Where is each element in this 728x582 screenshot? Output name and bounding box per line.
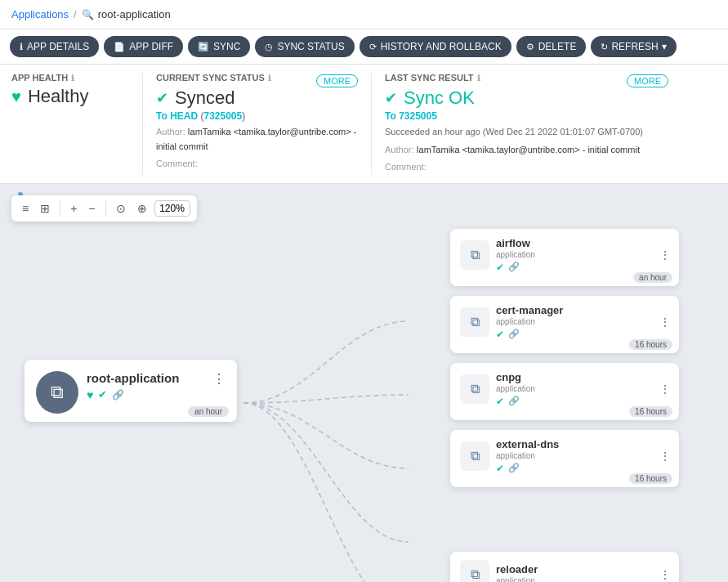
- root-node-menu-button[interactable]: ⋮: [212, 371, 226, 387]
- synced-check-icon: ✔: [156, 89, 168, 107]
- sync-ok-check-icon: ✔: [385, 89, 397, 107]
- airflow-badge: an hour: [633, 272, 672, 283]
- zoom-input[interactable]: [154, 200, 190, 217]
- current-sync-section: CURRENT SYNC STATUS ℹ MORE ✔ Synced To H…: [142, 73, 371, 175]
- last-sync-info-icon: ℹ: [477, 74, 480, 83]
- root-node-badge: an hour: [188, 406, 229, 417]
- airflow-menu-button[interactable]: ⋮: [659, 248, 671, 262]
- refresh-icon: ↻: [601, 42, 608, 52]
- app-nodes-column: ⧉ airflow application ✔ 🔗 ⋮ an hour: [450, 229, 679, 487]
- app-node-airflow-sub: application: [496, 250, 653, 259]
- info-icon: ℹ: [20, 42, 23, 52]
- current-sync-info-icon: ℹ: [268, 74, 271, 83]
- cnpg-link-icon[interactable]: 🔗: [508, 396, 520, 406]
- app-stack-icon-cnpg: ⧉: [471, 382, 480, 396]
- app-details-button[interactable]: ℹ APP DETAILS: [10, 36, 99, 57]
- sync-button[interactable]: 🔄 SYNC: [188, 36, 250, 57]
- last-sync-author: Author: IamTamika <tamika.taylor@untribe…: [385, 143, 668, 158]
- root-node-icon: ⧉: [36, 371, 78, 414]
- root-external-link-icon[interactable]: 🔗: [112, 389, 124, 401]
- app-stack-icon-reloader: ⧉: [471, 567, 480, 582]
- status-bar: APP HEALTH ℹ ♥ Healthy CURRENT SYNC STAT…: [0, 65, 728, 184]
- cert-manager-menu-button[interactable]: ⋮: [659, 316, 671, 329]
- last-sync-more-button[interactable]: MORE: [627, 74, 668, 87]
- root-check-icon: ✔: [98, 388, 107, 401]
- breadcrumb-apps-link[interactable]: Applications: [11, 8, 69, 20]
- app-node-external-dns-sub: application: [496, 451, 653, 460]
- last-sync-commit: 7325005: [399, 110, 437, 122]
- app-node-airflow-status: ✔ 🔗: [496, 262, 653, 273]
- clock-icon: ◷: [265, 42, 273, 52]
- app-stack-icon-airflow: ⧉: [471, 248, 480, 262]
- app-stack-icon-external-dns: ⧉: [471, 449, 480, 463]
- app-health-value: ♥ Healthy: [11, 86, 129, 107]
- heart-icon: ♥: [11, 87, 21, 106]
- history-icon: ⟳: [369, 42, 377, 52]
- app-node-cert-manager-icon: ⧉: [460, 307, 489, 337]
- current-sync-value: ✔ Synced: [156, 87, 358, 109]
- app-node-cnpg: ⧉ cnpg application ✔ 🔗 ⋮ 16 hours: [450, 363, 679, 420]
- app-node-reloader-partial: ⧉ reloader application ⋮: [450, 552, 679, 582]
- app-node-cert-manager-info: cert-manager application ✔ 🔗: [496, 304, 653, 340]
- external-dns-menu-button[interactable]: ⋮: [659, 450, 671, 463]
- sync-status-button[interactable]: ◷ SYNC STATUS: [255, 36, 354, 57]
- last-sync-value: ✔ Sync OK: [385, 87, 668, 109]
- app-health-section: APP HEALTH ℹ ♥ Healthy: [11, 73, 142, 175]
- refresh-button[interactable]: ↻ REFRESH ▾: [591, 36, 676, 57]
- app-node-external-dns-icon: ⧉: [460, 441, 489, 471]
- delete-icon: ⚙: [526, 42, 534, 52]
- zoom-out-button[interactable]: −: [84, 199, 99, 218]
- sync-icon: 🔄: [198, 42, 209, 52]
- current-sync-head: HEAD: [170, 110, 198, 122]
- app-node-reloader-sub: application: [496, 576, 653, 582]
- app-node-cnpg-header: ⧉ cnpg application ✔ 🔗 ⋮: [460, 371, 671, 407]
- history-rollback-button[interactable]: ⟳ HISTORY AND ROLLBACK: [360, 36, 511, 57]
- app-node-airflow-name: airflow: [496, 237, 653, 249]
- search-icon: 🔍: [82, 9, 94, 20]
- app-health-info-icon: ℹ: [71, 74, 74, 83]
- app-node-airflow-info: airflow application ✔ 🔗: [496, 237, 653, 273]
- root-node-info: root-application ♥ ✔ 🔗: [87, 371, 204, 401]
- cnpg-menu-button[interactable]: ⋮: [659, 383, 671, 396]
- app-node-cnpg-sub: application: [496, 384, 653, 393]
- current-sync-meta: Author: IamTamika <tamika.taylor@untribe…: [156, 125, 358, 154]
- cert-manager-link-icon[interactable]: 🔗: [508, 329, 520, 339]
- last-sync-label: LAST SYNC RESULT ℹ: [385, 73, 480, 83]
- root-heart-icon: ♥: [87, 388, 93, 401]
- app-node-cert-manager-header: ⧉ cert-manager application ✔ 🔗 ⋮: [460, 304, 671, 340]
- app-node-external-dns-info: external-dns application ✔ 🔗: [496, 438, 653, 474]
- toolbar: ℹ APP DETAILS 📄 APP DIFF 🔄 SYNC ◷ SYNC S…: [0, 29, 728, 65]
- zoom-reset-button[interactable]: ⊕: [133, 199, 151, 218]
- delete-button[interactable]: ⚙ DELETE: [516, 36, 587, 57]
- airflow-link-icon[interactable]: 🔗: [508, 262, 520, 272]
- current-sync-more-button[interactable]: MORE: [316, 74, 358, 87]
- airflow-check-icon: ✔: [496, 262, 504, 273]
- last-sync-succeeded: Succeeded an hour ago (Wed Dec 21 2022 0…: [385, 125, 668, 140]
- breadcrumb-separator: /: [74, 8, 77, 20]
- toolbar-separator-2: [105, 201, 106, 216]
- canvas-area: ≡ ⊞ + − ⊙ ⊕ ⧉ root-ap: [0, 184, 728, 582]
- zoom-fit-button[interactable]: ⊙: [112, 199, 130, 218]
- grid-view-button[interactable]: ⊞: [36, 199, 54, 218]
- app-node-reloader-header: ⧉ reloader application ⋮: [460, 560, 671, 582]
- app-node-cert-manager-name: cert-manager: [496, 304, 653, 316]
- app-node-cert-manager-sub: application: [496, 317, 653, 326]
- app-node-airflow: ⧉ airflow application ✔ 🔗 ⋮ an hour: [450, 229, 679, 286]
- external-dns-badge: 16 hours: [629, 473, 672, 484]
- external-dns-check-icon: ✔: [496, 463, 504, 474]
- root-node-icons: ♥ ✔ 🔗: [87, 388, 204, 401]
- app-diff-button[interactable]: 📄 APP DIFF: [104, 36, 183, 57]
- breadcrumb: Applications / 🔍 root-application: [0, 0, 728, 29]
- app-node-reloader-info: reloader application: [496, 563, 653, 582]
- list-view-button[interactable]: ≡: [18, 199, 33, 218]
- external-dns-link-icon[interactable]: 🔗: [508, 463, 520, 473]
- breadcrumb-current-label: root-application: [98, 8, 171, 20]
- app-node-external-dns-header: ⧉ external-dns application ✔ 🔗 ⋮: [460, 438, 671, 474]
- app-node-cnpg-name: cnpg: [496, 371, 653, 383]
- app-node-cnpg-status: ✔ 🔗: [496, 396, 653, 407]
- app-node-cnpg-icon: ⧉: [460, 374, 489, 404]
- diff-icon: 📄: [114, 42, 125, 52]
- app-node-airflow-header: ⧉ airflow application ✔ 🔗 ⋮: [460, 237, 671, 273]
- reloader-menu-button[interactable]: ⋮: [659, 568, 671, 581]
- zoom-in-button[interactable]: +: [66, 199, 81, 218]
